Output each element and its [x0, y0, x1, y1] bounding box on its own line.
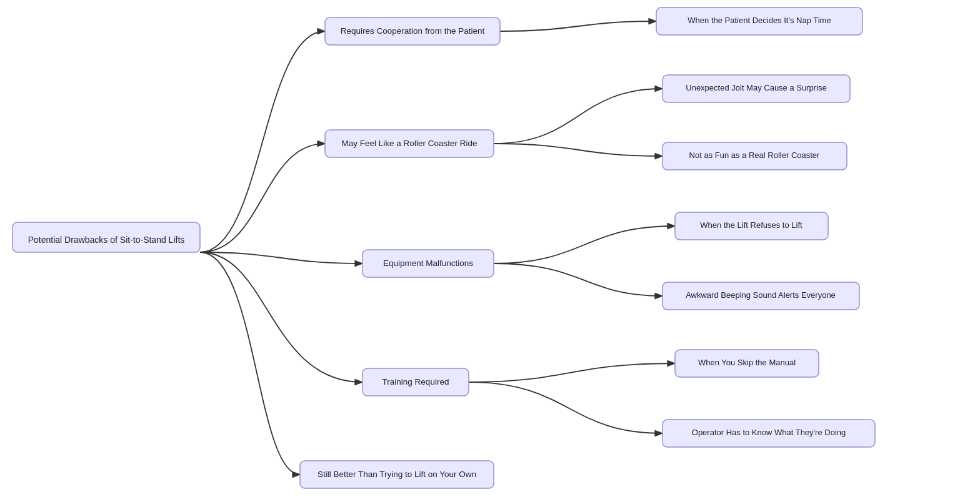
line-root-better: [200, 252, 300, 475]
line-rollercoaster-notfun: [494, 144, 662, 156]
line-rollercoaster-jolt: [494, 89, 662, 144]
line-root-rollercoaster: [200, 144, 325, 252]
line-cooperation-naptime: [500, 21, 656, 31]
l2-naptime-label: When the Patient Decides It's Nap Time: [688, 16, 831, 25]
l2-operator-label: Operator Has to Know What They're Doing: [692, 428, 846, 437]
l1-malfunction-label: Equipment Malfunctions: [383, 258, 473, 268]
l2-skipmanual-label: When You Skip the Manual: [698, 358, 796, 367]
line-training-skipmanual: [469, 363, 675, 382]
line-root-training: [200, 252, 362, 382]
l1-better-label: Still Better Than Trying to Lift on Your…: [318, 470, 476, 479]
l2-beeping-label: Awkward Beeping Sound Alerts Everyone: [686, 290, 836, 300]
l2-jolt-label: Unexpected Jolt May Cause a Surprise: [686, 83, 826, 92]
l1-training-label: Training Required: [382, 377, 449, 386]
l2-notfun-label: Not as Fun as a Real Roller Coaster: [689, 150, 820, 160]
line-training-operator: [469, 382, 662, 433]
l2-refuses-label: When the Lift Refuses to Lift: [700, 220, 802, 230]
line-root-malfunction: [200, 252, 362, 263]
l1-rollercoaster-label: May Feel Like a Roller Coaster Ride: [342, 139, 478, 148]
l1-cooperation-label: Requires Cooperation from the Patient: [341, 26, 485, 36]
line-root-cooperation: [200, 31, 325, 252]
line-malfunction-beeping: [494, 263, 662, 296]
root-node-label: Potential Drawbacks of Sit-to-Stand Lift…: [28, 235, 185, 245]
line-malfunction-refuses: [494, 226, 675, 263]
